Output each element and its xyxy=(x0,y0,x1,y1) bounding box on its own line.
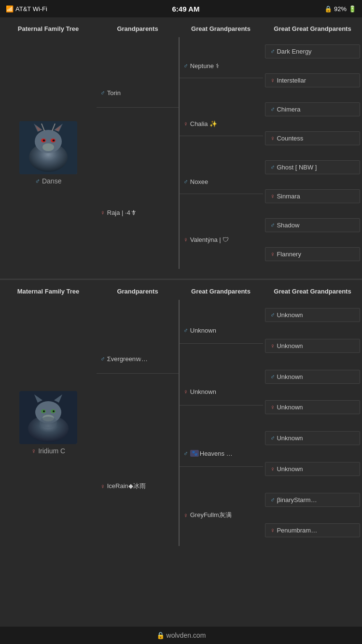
maternal-gggp-6[interactable]: ♂ βinaryStarm… xyxy=(265,493,360,507)
footer-lock-icon: 🔒 xyxy=(156,631,165,639)
svg-point-12 xyxy=(42,143,54,151)
maternal-ggp-3[interactable]: ♀ GreyFullm灰满 xyxy=(180,502,263,529)
paternal-tree-body: ♂ Danse ♂ Torin ♀ Raja | ·4🗡 ♂ Neptune ⚕ xyxy=(0,37,362,269)
paternal-gggp-3[interactable]: ♀ Countess xyxy=(265,131,360,145)
maternal-gggp-5[interactable]: ♀ Unknown xyxy=(265,462,360,476)
signal-icon: 📶 xyxy=(6,5,14,13)
paternal-gggp-col: ♂ Dark Energy ♀ Interstellar ♂ Chimera ♀… xyxy=(263,37,362,269)
maternal-animal-image[interactable] xyxy=(19,391,77,444)
paternal-ggp-valentyna[interactable]: ♀ Valentýna | 🛡 xyxy=(180,228,263,252)
maternal-ggp-col: ♂ Unknown ♀ Unknown ♂ 🐾 Heavens … ♀ Grey… xyxy=(179,300,263,546)
maternal-gp-icerain[interactable]: ♀ IceRain◆冰雨 xyxy=(97,472,179,501)
maternal-animal-col: ♀ Iridium C xyxy=(0,300,97,546)
header-maternal-tree: Maternal Family Tree xyxy=(0,284,97,300)
header-maternal-gp: Grandparents xyxy=(97,284,179,300)
paternal-gp-torin[interactable]: ♂ Torin xyxy=(97,79,179,108)
header-maternal-ggp: Great Grandparents xyxy=(179,284,263,300)
maternal-ggp-1[interactable]: ♀ Unknown xyxy=(180,379,263,406)
header-maternal-gggp: Great Great Grandparents xyxy=(263,284,362,300)
battery-icon: 🔋 xyxy=(348,5,356,13)
svg-point-22 xyxy=(43,410,45,412)
paternal-section: Paternal Family Tree Grandparents Great … xyxy=(0,17,362,279)
maternal-gggp-2[interactable]: ♂ Unknown xyxy=(265,370,360,384)
maternal-section: Maternal Family Tree Grandparents Great … xyxy=(0,280,362,556)
paternal-gggp-5[interactable]: ♀ Sinmara xyxy=(265,189,360,203)
maternal-tree-body: ♀ Iridium C ♂ Σvergreen𝕨… ♀ IceRain◆冰雨 ♂… xyxy=(0,300,362,546)
status-carrier: 📶 AT&T Wi-Fi xyxy=(6,5,47,13)
paternal-gp-raja[interactable]: ♀ Raja | ·4🗡 xyxy=(97,198,179,227)
maternal-gggp-col: ♂ Unknown ♀ Unknown ♂ Unknown ♀ Unknown … xyxy=(263,300,362,546)
paternal-animal-name[interactable]: ♂ Danse xyxy=(35,177,62,185)
maternal-gggp-1[interactable]: ♀ Unknown xyxy=(265,339,360,353)
svg-point-10 xyxy=(53,140,55,141)
svg-point-26 xyxy=(40,417,57,428)
maternal-gggp-0[interactable]: ♂ Unknown xyxy=(265,308,360,322)
paternal-gggp-0[interactable]: ♂ Dark Energy xyxy=(265,44,360,58)
header-paternal-tree: Paternal Family Tree xyxy=(0,21,97,37)
paternal-ggp-col: ♂ Neptune ⚕ ♀ Chalia ✨ ♂ Noxee ♀ Valentý… xyxy=(179,37,263,269)
header-paternal-ggp: Great Grandparents xyxy=(179,21,263,37)
paternal-ggp-chalia[interactable]: ♀ Chalia ✨ xyxy=(180,112,263,136)
maternal-gggp-7[interactable]: ♀ Penumbram… xyxy=(265,523,360,537)
paternal-ggp-neptune[interactable]: ♂ Neptune ⚕ xyxy=(180,54,263,78)
svg-point-23 xyxy=(53,410,55,412)
paternal-gggp-6[interactable]: ♂ Shadow xyxy=(265,218,360,232)
header-paternal-gggp: Great Great Grandparents xyxy=(263,21,362,37)
footer: 🔒 wolvden.com xyxy=(0,627,362,644)
paternal-gggp-7[interactable]: ♀ Flannery xyxy=(265,247,360,261)
paternal-gggp-2[interactable]: ♂ Chimera xyxy=(265,102,360,116)
maternal-headers: Maternal Family Tree Grandparents Great … xyxy=(0,284,362,300)
paternal-animal-col: ♂ Danse xyxy=(0,37,97,269)
lock-status-icon: 🔒 xyxy=(324,5,332,13)
status-battery: 🔒 92% 🔋 xyxy=(324,5,356,13)
paternal-gggp-1[interactable]: ♀ Interstellar xyxy=(265,73,360,87)
svg-point-9 xyxy=(43,140,45,141)
paternal-gggp-4[interactable]: ♂ Ghost [ NBW ] xyxy=(265,160,360,174)
paternal-animal-image[interactable] xyxy=(19,121,77,174)
maternal-gggp-4[interactable]: ♂ Unknown xyxy=(265,431,360,445)
paternal-gp-col: ♂ Torin ♀ Raja | ·4🗡 xyxy=(97,37,179,269)
status-bar: 📶 AT&T Wi-Fi 6:49 AM 🔒 92% 🔋 xyxy=(0,0,362,17)
maternal-ggp-2[interactable]: ♂ 🐾 Heavens … xyxy=(180,440,263,467)
maternal-gp-evergreen[interactable]: ♂ Σvergreen𝕨… xyxy=(97,345,179,374)
paternal-ggp-noxee[interactable]: ♂ Noxee xyxy=(180,170,263,194)
header-paternal-gp: Grandparents xyxy=(97,21,179,37)
status-time: 6:49 AM xyxy=(172,5,199,13)
maternal-gp-col: ♂ Σvergreen𝕨… ♀ IceRain◆冰雨 xyxy=(97,300,179,546)
maternal-ggp-0[interactable]: ♂ Unknown xyxy=(180,317,263,344)
paternal-headers: Paternal Family Tree Grandparents Great … xyxy=(0,21,362,37)
maternal-animal-name[interactable]: ♀ Iridium C xyxy=(31,447,65,455)
maternal-gggp-3[interactable]: ♀ Unknown xyxy=(265,400,360,414)
